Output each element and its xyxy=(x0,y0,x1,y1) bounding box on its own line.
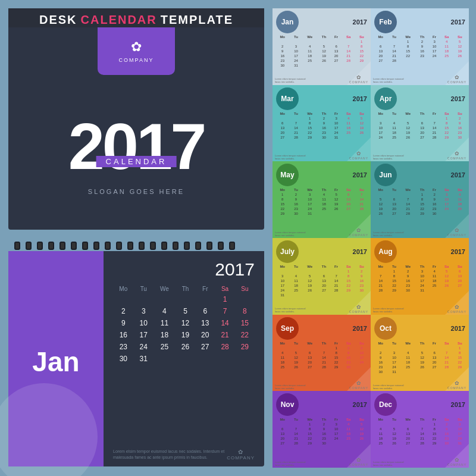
mc-td: 10 xyxy=(388,355,400,360)
mc-footer-text: Lorem elsim tempor euismod lacus nec sod… xyxy=(373,384,409,390)
mc-td: 26 xyxy=(416,365,429,369)
mc-td: 26 xyxy=(440,283,453,288)
month-card-jan: Jan2017MoTuWeThFrSaSu1234567891011121314… xyxy=(273,8,371,85)
mc-td: 5 xyxy=(318,44,331,49)
sc-month-name: Jan xyxy=(32,346,79,378)
mc-td: 20 xyxy=(453,278,466,283)
mc-td: 6 xyxy=(400,427,416,431)
mc-td: 14 xyxy=(330,278,342,283)
mc-td: 25 xyxy=(453,206,466,211)
mc-td: 27 xyxy=(275,441,290,446)
mc-td: 5 xyxy=(388,427,400,431)
mc-td: 13 xyxy=(275,126,290,130)
mc-td: 4 xyxy=(388,121,400,126)
mc-td: 9 xyxy=(453,121,466,126)
mc-td: 21 xyxy=(400,206,416,211)
mc-td: 31 xyxy=(290,63,302,68)
mc-td xyxy=(302,63,318,68)
lc-slogan: SLOGAN GOES HERE xyxy=(8,188,264,195)
mc-td: 18 xyxy=(440,49,453,54)
sc-calendar-table: Mo Tu We Th Fr Sa Su 1234567891011121314… xyxy=(113,284,255,365)
mc-td: 4 xyxy=(428,269,440,274)
sc-day-cell: 6 xyxy=(195,305,215,317)
mc-th: Mo xyxy=(373,417,388,422)
mc-th: Fr xyxy=(428,417,440,422)
mc-td xyxy=(302,346,318,350)
mc-td: 22 xyxy=(275,206,290,211)
sc-day-cell: 22 xyxy=(235,329,255,341)
mc-th: Th xyxy=(318,111,331,116)
mc-th: Sa xyxy=(440,341,453,346)
mc-th: Tu xyxy=(388,417,400,422)
mc-td: 18 xyxy=(275,360,290,365)
lc-logo-area: ✿ COMPANY xyxy=(98,27,175,75)
mc-td: 17 xyxy=(355,355,368,360)
sc-day-cell xyxy=(195,293,215,305)
mc-header-nov: Nov2017 xyxy=(273,391,371,417)
mc-td: 14 xyxy=(290,126,302,130)
mc-td: 9 xyxy=(440,427,453,431)
mc-td: 10 xyxy=(275,278,290,283)
mc-td xyxy=(428,288,440,293)
word-template: TEMPLATE xyxy=(161,13,233,27)
mc-td xyxy=(290,116,302,121)
mc-td: 10 xyxy=(416,274,429,278)
mc-th: Su xyxy=(355,187,368,192)
mc-td: 28 xyxy=(290,441,302,446)
mc-td: 24 xyxy=(330,130,342,135)
mc-td: 11 xyxy=(440,44,453,49)
mc-td: 30 xyxy=(428,211,440,216)
mc-td: 24 xyxy=(275,288,290,293)
mc-td: 2 xyxy=(416,39,429,44)
mc-th: Su xyxy=(453,417,466,422)
mc-td xyxy=(290,269,302,274)
mc-header-jan: Jan2017 xyxy=(273,8,371,35)
mc-td: 7 xyxy=(428,121,440,126)
mc-td: 20 xyxy=(373,54,388,58)
mc-th: Fr xyxy=(428,111,440,116)
mc-td: 14 xyxy=(416,431,429,436)
sc-day-cell xyxy=(176,293,195,305)
mc-td xyxy=(290,39,302,44)
mc-td xyxy=(373,39,388,44)
sc-day-cell xyxy=(113,293,134,305)
mc-th: Tu xyxy=(290,264,302,269)
mc-td: 28 xyxy=(388,58,400,63)
mc-header-dec: Dec2017 xyxy=(371,391,469,417)
mc-td: 27 xyxy=(330,58,342,63)
month-card-apr: Apr2017MoTuWeThFrSaSu1234567891011121314… xyxy=(371,85,469,162)
mc-td: 13 xyxy=(318,278,331,283)
mc-td: 27 xyxy=(416,135,429,140)
mc-td: 19 xyxy=(373,206,388,211)
mc-td: 29 xyxy=(416,211,429,216)
mc-td: 8 xyxy=(275,197,290,202)
mc-td: 12 xyxy=(388,431,400,436)
mc-header-apr: Apr2017 xyxy=(371,85,469,111)
word-desk: DESK xyxy=(39,13,77,27)
mc-td: 16 xyxy=(440,431,453,436)
mc-circle-july: July xyxy=(276,240,299,263)
mc-td: 8 xyxy=(388,274,400,278)
sc-day-cell: 24 xyxy=(134,341,154,353)
word-calendar: CALENDAR xyxy=(81,13,157,27)
sc-day-cell: 3 xyxy=(134,305,154,317)
mc-td: 10 xyxy=(453,427,466,431)
sc-day-cell: 21 xyxy=(215,329,234,341)
mc-year-nov: 2017 xyxy=(301,401,367,408)
sc-day-su: Su xyxy=(235,284,255,293)
mc-th: Su xyxy=(355,264,368,269)
mc-td: 1 xyxy=(355,39,368,44)
mc-td: 31 xyxy=(416,288,429,293)
mc-th: Mo xyxy=(373,341,388,346)
mc-td: 17 xyxy=(428,49,440,54)
mc-th: Mo xyxy=(275,264,290,269)
mc-year-sep: 2017 xyxy=(301,325,367,332)
mc-td: 15 xyxy=(302,431,318,436)
mc-td: 20 xyxy=(416,130,429,135)
mc-td: 18 xyxy=(428,278,440,283)
mc-td: 7 xyxy=(388,44,400,49)
mc-td: 24 xyxy=(330,436,342,441)
lc-year-number: 2017 xyxy=(68,114,205,179)
mc-footer-text: Lorem elsim tempor euismod lacus nec sod… xyxy=(275,77,311,83)
mc-td: 8 xyxy=(355,44,368,49)
